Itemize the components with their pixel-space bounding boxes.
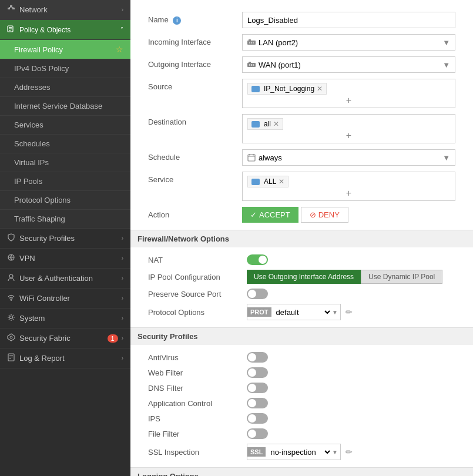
antivirus-row: AntiVirus — [148, 352, 455, 363]
sidebar-item-traffic-shaping[interactable]: Traffic Shaping — [0, 210, 130, 229]
protocol-dropdown[interactable]: default — [271, 304, 333, 320]
service-add-button[interactable]: + — [246, 189, 451, 198]
source-tag-remove[interactable]: ✕ — [317, 85, 323, 93]
toggle-knob — [248, 399, 256, 407]
use-outgoing-button[interactable]: Use Outgoing Interface Address — [247, 270, 361, 284]
ip-pool-label: IP Pool Configuration — [148, 273, 242, 281]
deny-icon: ⊘ — [310, 210, 316, 219]
nat-label: NAT — [148, 256, 242, 264]
dns-toggle[interactable] — [247, 383, 268, 393]
sidebar-item-wifi[interactable]: WiFi Controller › — [0, 289, 130, 309]
ssl-select[interactable]: SSL no-inspection ▼ — [247, 444, 341, 460]
toggle-knob — [248, 290, 256, 298]
toggle-knob — [248, 384, 256, 392]
firewall-section-header: Firewall/Network Options — [130, 230, 473, 247]
destination-tag-value: all — [264, 120, 271, 128]
ssl-edit-icon[interactable]: ✏ — [345, 447, 353, 457]
webfilter-row: Web Filter — [148, 367, 455, 378]
protocol-select[interactable]: PROT default ▼ — [247, 304, 341, 320]
protocol-options-label: Protocol Options — [14, 196, 71, 205]
svg-rect-29 — [253, 64, 254, 66]
dropdown-caret-icon: ▼ — [442, 38, 450, 47]
use-dynamic-button[interactable]: Use Dynamic IP Pool — [361, 270, 442, 284]
preserve-label: Preserve Source Port — [148, 290, 242, 299]
incoming-row: Incoming Interface LAN (port2) ▼ — [148, 34, 455, 51]
schedule-select[interactable]: always ▼ — [242, 149, 455, 166]
sidebar-item-protocol-options[interactable]: Protocol Options — [0, 191, 130, 210]
source-add-button[interactable]: + — [246, 96, 451, 105]
interface-icon — [247, 61, 256, 68]
sidebar-item-system[interactable]: System › — [0, 309, 130, 328]
appcontrol-toggle[interactable] — [247, 398, 268, 408]
svg-rect-8 — [9, 30, 11, 31]
prot-badge: PROT — [247, 307, 271, 317]
security-profiles-label: Security Profiles — [19, 234, 75, 243]
antivirus-toggle[interactable] — [247, 352, 268, 363]
deny-label: DENY — [318, 210, 340, 219]
sidebar-item-ipv4-dos[interactable]: IPv4 DoS Policy — [0, 59, 130, 78]
outgoing-select[interactable]: WAN (port1) ▼ — [242, 56, 455, 73]
incoming-select[interactable]: LAN (port2) ▼ — [242, 34, 455, 51]
destination-add-button[interactable]: + — [246, 131, 451, 140]
outgoing-field: WAN (port1) ▼ — [242, 56, 455, 73]
ips-row: IPS — [148, 413, 455, 424]
svg-rect-27 — [249, 64, 250, 66]
dns-label: DNS Filter — [148, 384, 242, 393]
sidebar-item-network[interactable]: Network › — [0, 0, 130, 20]
chevron-right-icon: › — [122, 355, 123, 361]
service-field: ALL ✕ + — [242, 172, 455, 201]
sidebar-item-internet-service-db[interactable]: Internet Service Database — [0, 97, 130, 116]
sidebar-item-virtual-ips[interactable]: Virtual IPs — [0, 153, 130, 172]
ssl-label: SSL Inspection — [148, 448, 242, 457]
interface-icon — [247, 39, 256, 46]
internet-service-db-label: Internet Service Database — [14, 102, 102, 110]
service-tag-value: ALL — [264, 177, 276, 186]
wifi-label: WiFi Controller — [19, 294, 70, 303]
appcontrol-label: Application Control — [148, 399, 242, 408]
destination-tag-icon — [251, 121, 260, 128]
sidebar-item-log-report[interactable]: Log & Report › — [0, 348, 130, 368]
svg-rect-30 — [248, 155, 255, 161]
sidebar-item-policy-objects[interactable]: Policy & Objects ˅ — [0, 20, 130, 40]
info-icon[interactable]: i — [173, 16, 181, 25]
vpn-icon — [7, 253, 15, 263]
ssl-dropdown[interactable]: no-inspection — [266, 444, 332, 460]
action-label: Action — [148, 207, 242, 219]
destination-tag-remove[interactable]: ✕ — [273, 120, 279, 128]
filefilter-toggle[interactable] — [247, 428, 268, 439]
sidebar-item-services[interactable]: Services — [0, 116, 130, 135]
traffic-shaping-label: Traffic Shaping — [14, 214, 65, 223]
accept-button[interactable]: ✓ ACCEPT — [242, 207, 298, 223]
source-tag-value: IP_Not_Logging — [264, 85, 314, 93]
fabric-icon — [7, 333, 15, 343]
source-field: IP_Not_Logging ✕ + — [242, 79, 455, 108]
appcontrol-row: Application Control — [148, 398, 455, 408]
name-input[interactable] — [242, 12, 455, 28]
nat-toggle[interactable] — [247, 254, 268, 265]
sidebar-item-addresses[interactable]: Addresses — [0, 78, 130, 97]
sidebar-item-security-profiles[interactable]: Security Profiles › — [0, 229, 130, 249]
sidebar-item-schedules[interactable]: Schedules — [0, 135, 130, 153]
ssl-row: SSL Inspection SSL no-inspection ▼ ✏ — [148, 444, 455, 460]
sidebar-item-vpn[interactable]: VPN › — [0, 249, 130, 269]
ip-pool-row: IP Pool Configuration Use Outgoing Inter… — [148, 270, 455, 284]
ips-toggle[interactable] — [247, 413, 268, 424]
log-icon — [7, 353, 15, 363]
edit-icon[interactable]: ✏ — [345, 307, 353, 317]
nat-row: NAT — [148, 254, 455, 265]
services-label: Services — [14, 120, 43, 129]
deny-button[interactable]: ⊘ DENY — [301, 207, 348, 223]
service-tag-remove[interactable]: ✕ — [279, 177, 284, 186]
shield-icon — [7, 233, 15, 243]
sidebar-item-ip-pools[interactable]: IP Pools — [0, 172, 130, 191]
sidebar-policy-label: Policy & Objects — [19, 26, 71, 34]
chevron-right-icon: › — [122, 255, 123, 262]
preserve-toggle[interactable] — [247, 289, 268, 299]
sidebar-item-user-auth[interactable]: User & Authentication › — [0, 269, 130, 289]
incoming-field: LAN (port2) ▼ — [242, 34, 455, 51]
svg-line-4 — [11, 7, 14, 8]
sidebar-item-firewall-policy[interactable]: Firewall Policy ☆ — [0, 40, 130, 59]
svg-rect-21 — [249, 39, 251, 41]
sidebar-item-security-fabric[interactable]: Security Fabric 1 › — [0, 328, 130, 348]
webfilter-toggle[interactable] — [247, 367, 268, 378]
